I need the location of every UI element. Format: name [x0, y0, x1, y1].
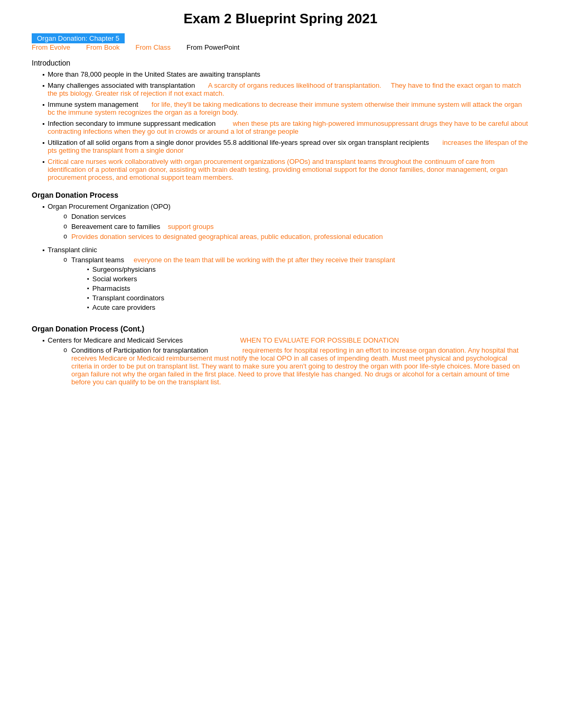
sub-item-text: Donation services — [71, 213, 126, 220]
sub-item-text-orange: Provides donation services to designated… — [71, 233, 383, 241]
tab-row: From Evolve From Book From Class From Po… — [32, 42, 529, 52]
organ-donation-process-cont-section: Organ Donation Process (Cont.) Centers f… — [32, 325, 529, 388]
sub-sub-item-text: Transplant coordinators — [92, 294, 164, 302]
transplant-teams-sub-sub-list: Surgeons/physicians Social workers Pharm… — [71, 265, 529, 311]
sub-sub-list-item: Transplant coordinators — [87, 294, 529, 302]
sub-sub-item-text: Social workers — [92, 275, 137, 283]
sub-sub-list-item: Social workers — [87, 275, 529, 283]
sub-sub-item-text: Surgeons/physicians — [92, 265, 156, 273]
organ-donation-process-list: Organ Procurement Organization (OPO) Don… — [32, 202, 529, 315]
item-text: Immune system management — [48, 100, 149, 108]
sub-sub-item-text: Acute care providers — [92, 303, 155, 311]
sub-item-text: Bereavement care to families — [71, 223, 168, 231]
introduction-section: Introduction More than 78,000 people in … — [32, 59, 529, 181]
sub-sub-item-text: Pharmacists — [92, 284, 130, 292]
tab-bar: Organ Donation: Chapter 5 — [32, 34, 529, 42]
sub-item-text: Conditions of Participation for transpla… — [71, 346, 240, 354]
item-text: Many challenges associated with transpla… — [48, 81, 207, 89]
list-item: More than 78,000 people in the United St… — [42, 70, 529, 78]
list-item: Infection secondary to immune suppressan… — [42, 119, 529, 135]
sub-list-item: Transplant teams everyone on the team th… — [63, 256, 529, 313]
sub-sub-list-item: Pharmacists — [87, 284, 529, 292]
item-text: Centers for Medicare and Medicaid Servic… — [48, 336, 238, 344]
organ-donation-process-cont-title: Organ Donation Process (Cont.) — [32, 325, 529, 333]
organ-donation-process-section: Organ Donation Process Organ Procurement… — [32, 191, 529, 315]
item-text: More than 78,000 people in the United St… — [48, 70, 260, 78]
opo-sub-list: Donation services Bereavement care to fa… — [48, 213, 529, 241]
list-item: Organ Procurement Organization (OPO) Don… — [42, 202, 529, 243]
transplant-clinic-sub-list: Transplant teams everyone on the team th… — [48, 256, 529, 313]
organ-donation-process-title: Organ Donation Process — [32, 191, 529, 199]
sub-list-item: Provides donation services to designated… — [63, 233, 529, 241]
list-item: Utilization of all solid organs from a s… — [42, 139, 529, 154]
sub-sub-list-item: Surgeons/physicians — [87, 265, 529, 273]
sub-list-item: Conditions of Participation for transpla… — [63, 346, 529, 386]
item-text-orange: Critical care nurses work collaborativel… — [48, 158, 508, 181]
introduction-list: More than 78,000 people in the United St… — [32, 70, 529, 181]
item-text: Transplant clinic — [48, 246, 97, 254]
list-item: Centers for Medicare and Medicaid Servic… — [42, 336, 529, 388]
sub-item-text: Transplant teams — [71, 256, 132, 264]
sub-item-text-orange: everyone on the team that will be workin… — [134, 256, 395, 264]
page-title: Exam 2 Blueprint Spring 2021 — [32, 11, 529, 27]
organ-donation-process-cont-list: Centers for Medicare and Medicaid Servic… — [32, 336, 529, 388]
list-item: Many challenges associated with transpla… — [42, 81, 529, 97]
item-text: Organ Procurement Organization (OPO) — [48, 202, 171, 210]
tab-from-evolve[interactable]: From Evolve — [32, 43, 70, 51]
cms-sub-list: Conditions of Participation for transpla… — [48, 346, 529, 386]
highlighted-tab[interactable]: Organ Donation: Chapter 5 — [32, 33, 125, 43]
list-item: Immune system management for life, they'… — [42, 100, 529, 116]
tab-from-class[interactable]: From Class — [136, 43, 171, 51]
sub-sub-list-item: Acute care providers — [87, 303, 529, 311]
list-item: Critical care nurses work collaborativel… — [42, 158, 529, 181]
introduction-title: Introduction — [32, 59, 529, 67]
sub-list-item: Donation services — [63, 213, 529, 220]
tab-from-powerpoint[interactable]: From PowerPoint — [186, 43, 239, 51]
sub-list-item: Bereavement care to families support gro… — [63, 223, 529, 231]
item-text: Utilization of all solid organs from a s… — [48, 139, 441, 146]
tab-from-book[interactable]: From Book — [86, 43, 120, 51]
list-item: Transplant clinic Transplant teams every… — [42, 246, 529, 315]
sub-item-text-orange: support groups — [168, 223, 214, 231]
item-text: Infection secondary to immune suppressan… — [48, 119, 231, 127]
item-text-orange: WHEN TO EVALUATE FOR POSSIBLE DONATION — [240, 336, 399, 344]
